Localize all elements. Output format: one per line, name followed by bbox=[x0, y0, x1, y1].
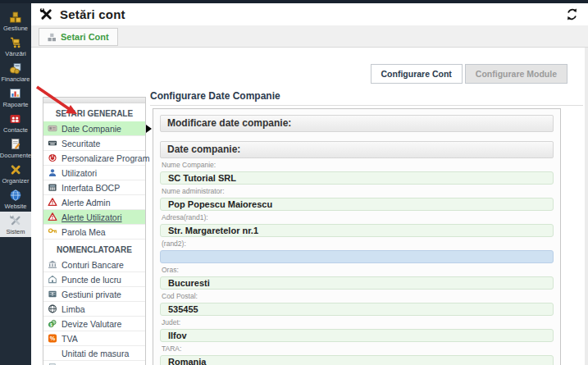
field-label: Adresa(rand1): bbox=[162, 213, 554, 221]
settings-menu-panel: SETARI GENERALEDate CompanieSecuritatePe… bbox=[43, 97, 146, 365]
menu-item-conturi-bancare[interactable]: Conturi Bancare bbox=[43, 258, 145, 272]
menu-item-label: Parola Mea bbox=[62, 227, 106, 237]
sidebar: GestiuneVânzăriFinanciareRapoarteContact… bbox=[0, 0, 31, 365]
menu-item-label: Personalizare Program bbox=[62, 153, 149, 163]
menu-item-limba[interactable]: Limba bbox=[43, 302, 145, 317]
page-title: Setări cont bbox=[60, 7, 125, 21]
section-heading: Configurare Date Companie bbox=[150, 90, 280, 102]
form-field-cod-postal: Cod Postal: bbox=[160, 292, 554, 316]
menu-item-date-companie[interactable]: Date Companie bbox=[43, 121, 145, 136]
form-field-judet: Judet: bbox=[160, 318, 554, 342]
menu-item-devize-valutare[interactable]: $Devize Valutare bbox=[43, 317, 145, 331]
menu-item-label: Conturi Bancare bbox=[62, 260, 124, 270]
interface-icon bbox=[48, 183, 57, 192]
sidebar-item-label: Sistem bbox=[7, 228, 25, 235]
sidebar-item-label: Documente bbox=[0, 152, 31, 159]
field-label: Nume Companie: bbox=[162, 161, 554, 169]
field-input-cod-postal[interactable] bbox=[160, 303, 554, 316]
sidebar-item-label: Financiare bbox=[1, 75, 30, 83]
field-label: TARA: bbox=[162, 344, 554, 353]
menu-item-label: Gestiuni private bbox=[62, 290, 121, 299]
menu-item-parola-mea[interactable]: Parola Mea bbox=[43, 225, 145, 240]
menu-item-personalizare-program[interactable]: Personalizare Program bbox=[43, 151, 145, 166]
sidebar-item-financiare[interactable]: Financiare bbox=[0, 59, 31, 84]
user-icon bbox=[48, 168, 57, 177]
svg-text:$: $ bbox=[50, 323, 52, 327]
sidebar-item-organizer[interactable]: Organizer bbox=[0, 161, 31, 186]
tab-configurare-cont[interactable]: Configurare Cont bbox=[371, 64, 463, 84]
bank-icon bbox=[48, 260, 57, 269]
menu-item-label: Alerte Utilizatori bbox=[62, 212, 122, 222]
menu-item-puncte-de-lucru[interactable]: Puncte de lucru bbox=[43, 272, 145, 287]
sidebar-item-label: Organizer bbox=[2, 177, 30, 185]
menu-item-tva[interactable]: %TVA bbox=[43, 331, 145, 346]
menu-item-utilizatori[interactable]: Utilizatori bbox=[43, 166, 145, 180]
form-field-rand2: (rand2): bbox=[160, 240, 554, 263]
field-input-tara[interactable] bbox=[160, 355, 554, 365]
menu-item-label: TVA bbox=[62, 334, 78, 344]
panel-title-bar: Modificare date companie: bbox=[160, 115, 554, 132]
tab-configurare-module[interactable]: Configurare Module bbox=[465, 64, 567, 84]
svg-text:%: % bbox=[50, 335, 56, 342]
menu-group-header-setari-generale: SETARI GENERALE bbox=[43, 103, 145, 121]
main-content: Configurare ContConfigurare Module Confi… bbox=[31, 48, 588, 365]
menu-item-label: Securitate bbox=[62, 139, 100, 148]
chart-icon bbox=[9, 87, 22, 100]
menu-item-label: Date Companie bbox=[62, 124, 121, 134]
menu-item-alerte-admin[interactable]: Alerte Admin bbox=[43, 195, 145, 210]
menu-item-label: Alerte Admin bbox=[62, 198, 111, 208]
form-field-oras: Oras: bbox=[160, 266, 554, 290]
sidebar-item-documente[interactable]: Documente bbox=[0, 135, 31, 161]
section-title-bar: Date companie: bbox=[160, 141, 554, 158]
contacts-icon bbox=[9, 112, 22, 125]
field-input-nume-administrator[interactable] bbox=[160, 198, 554, 211]
field-input-nume-companie[interactable] bbox=[160, 171, 554, 185]
tab-setari-cont[interactable]: Setari Cont bbox=[39, 28, 118, 46]
menu-panel-header-strip bbox=[43, 98, 145, 103]
field-label: Cod Postal: bbox=[162, 292, 554, 300]
field-label: Nume administrator: bbox=[162, 187, 554, 195]
page-header: Setări cont bbox=[31, 3, 588, 25]
company-card-icon bbox=[48, 124, 57, 133]
key-icon bbox=[48, 227, 57, 236]
menu-item-label: Puncte de lucru bbox=[62, 275, 121, 285]
sidebar-item-sistem[interactable]: Sistem bbox=[0, 212, 31, 237]
heading-divider bbox=[150, 105, 583, 106]
blocks-gray-icon bbox=[48, 33, 57, 42]
content-tabs: Configurare ContConfigurare Module bbox=[371, 64, 568, 84]
boxes-icon bbox=[9, 11, 22, 24]
house-icon bbox=[48, 275, 57, 284]
menu-item-securitate[interactable]: Securitate bbox=[43, 136, 145, 151]
field-input-adresa-rand1[interactable] bbox=[160, 224, 554, 237]
window-top-bar bbox=[0, 0, 588, 3]
sidebar-item-website[interactable]: Website bbox=[0, 186, 31, 212]
menu-item-label: Limba bbox=[62, 304, 85, 314]
document-icon bbox=[9, 138, 22, 151]
menu-item-gestiuni-private[interactable]: Gestiuni private bbox=[43, 287, 145, 302]
field-input-rand2[interactable] bbox=[160, 250, 554, 263]
company-data-panel: Modificare date companie: Date companie:… bbox=[153, 108, 561, 365]
sidebar-item-label: Contacte bbox=[3, 126, 28, 134]
percent-icon: % bbox=[48, 334, 57, 343]
sidebar-item-contacte[interactable]: Contacte bbox=[0, 110, 31, 135]
menu-item-label: Interfata BOCP bbox=[62, 183, 120, 193]
menu-item-unitati-de-masura[interactable]: Unitati de masura bbox=[43, 346, 145, 361]
menu-item-alerte-utilizatori[interactable]: Alerte Utilizatori bbox=[43, 210, 145, 225]
organizer-icon bbox=[9, 163, 22, 176]
menu-group-header-nomenclatoare: NOMENCLATOARE bbox=[43, 240, 145, 258]
form-field-adresa-rand1: Adresa(rand1): bbox=[160, 213, 554, 237]
menu-item-label: Unitati de masura bbox=[62, 349, 129, 358]
field-label: (rand2): bbox=[162, 240, 554, 248]
refresh-icon[interactable] bbox=[566, 8, 578, 21]
menu-item-sabloane-documente[interactable]: Sabloane documente bbox=[43, 361, 145, 365]
sidebar-item-gestiune[interactable]: Gestiune bbox=[0, 8, 31, 34]
coins-icon bbox=[9, 62, 22, 75]
menu-item-interfata-bocp[interactable]: Interfata BOCP bbox=[43, 180, 145, 195]
field-input-oras[interactable] bbox=[160, 276, 554, 290]
form-field-tara: TARA: bbox=[160, 344, 554, 365]
sidebar-item-label: Gestiune bbox=[3, 25, 28, 32]
sidebar-item-rapoarte[interactable]: Rapoarte bbox=[0, 84, 31, 110]
sidebar-item-v-nz-ri[interactable]: Vânzări bbox=[0, 34, 31, 59]
field-input-judet[interactable] bbox=[160, 329, 554, 342]
personalize-icon bbox=[48, 153, 57, 162]
